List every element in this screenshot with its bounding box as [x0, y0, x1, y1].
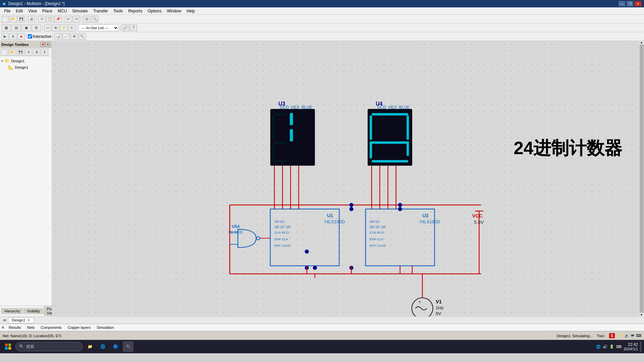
interactive-checkbox[interactable]: [28, 34, 32, 39]
sim-stop-btn[interactable]: ■: [17, 33, 25, 40]
place-comp-btn[interactable]: ⊕: [52, 24, 59, 31]
toolbox-close-btn[interactable]: ✕: [46, 42, 50, 47]
search-component-btn[interactable]: 🔎: [122, 24, 129, 31]
u2-type: 74LS160D: [419, 219, 440, 224]
new-btn[interactable]: 📄: [1, 16, 9, 22]
vertical-scrollbar[interactable]: ▲ ▼: [639, 41, 644, 316]
tab-design1-close[interactable]: ✕: [27, 318, 30, 322]
open-btn[interactable]: 📂: [9, 16, 17, 22]
tab-results[interactable]: Results: [6, 324, 24, 330]
close-button[interactable]: ✕: [635, 1, 641, 6]
menu-transfer[interactable]: Transfer: [91, 8, 111, 14]
tab-hierarchy[interactable]: Hierarchy: [1, 308, 23, 314]
menu-simulate[interactable]: Simulate: [69, 8, 91, 14]
info-expand-icon[interactable]: ✕: [1, 325, 4, 330]
toolbox-pin-btn[interactable]: 📌: [40, 42, 45, 47]
taskbar-search[interactable]: 🔍 搜索: [15, 342, 83, 351]
tb-save-design-btn[interactable]: 💾: [17, 49, 24, 56]
scroll-up-btn[interactable]: ▲: [640, 41, 643, 44]
place-power-btn[interactable]: ⚡: [60, 24, 67, 31]
paste-btn[interactable]: 📌: [54, 16, 62, 22]
tab-simulation[interactable]: Simulation: [94, 324, 117, 330]
zoom-in-btn[interactable]: 🔍: [91, 16, 99, 22]
in-use-list[interactable]: --- In-Use List ---: [78, 24, 119, 31]
sim-pause-btn[interactable]: ⏸: [9, 33, 17, 40]
comp-btn4[interactable]: ⊞: [32, 24, 41, 31]
minimize-button[interactable]: —: [619, 1, 625, 6]
menu-tools[interactable]: Tools: [111, 8, 125, 14]
title-bar-left: ■ Design1 - Multisim - [Design1 *]: [3, 1, 65, 6]
taskbar-left: 🔍 搜索 📁 🌐 🔵 🔌: [3, 341, 133, 352]
tree-item-design1-root[interactable]: ▾ 📁 Design1: [1, 58, 50, 64]
grapher-btn[interactable]: 📈: [62, 33, 70, 40]
tb-new-design-btn[interactable]: 📄: [1, 49, 8, 56]
svg-rect-0: [5, 344, 8, 346]
scroll-down-btn[interactable]: ▼: [640, 313, 643, 316]
comp-btn3[interactable]: ▣: [21, 24, 31, 31]
sim-run-btn[interactable]: ▶: [1, 33, 9, 40]
analysis-btn[interactable]: 📊: [54, 33, 62, 40]
taskbar-chrome[interactable]: 🌐: [97, 341, 108, 352]
cut-btn[interactable]: ✂: [38, 16, 46, 22]
place-wire-btn[interactable]: —: [44, 24, 51, 31]
u2-pin-qb: QB QC QB: [370, 225, 386, 229]
tree-item-design1-child[interactable]: 📐 Design1: [1, 64, 50, 70]
comp-btn2[interactable]: ▤: [11, 24, 21, 31]
tab-nets[interactable]: Nets: [24, 324, 38, 330]
copy-btn[interactable]: 📋: [46, 16, 54, 22]
windows-logo-icon: [5, 343, 11, 350]
status-tran: Tran:: [597, 334, 605, 338]
toolbox-header-buttons: 📌 ✕: [40, 42, 50, 47]
schematic-canvas-area[interactable]: 24进制计数器 U3 DCD_HEX_BLUE: [52, 41, 639, 316]
toolbar-standard: 📄 📂 💾 🖨 ✂ 📋 📌 ↩ ↪ ⊡ 🔍: [0, 15, 644, 23]
place-bus-btn[interactable]: ≡: [68, 24, 75, 31]
tb-close-design-btn[interactable]: ✕: [25, 49, 32, 56]
status-tran-s: S: [609, 333, 615, 338]
menu-edit[interactable]: Edit: [13, 8, 25, 14]
menu-view[interactable]: View: [25, 8, 40, 14]
taskbar-multisim[interactable]: 🔌: [123, 341, 133, 352]
u2-pin-clr: CLR RCO: [370, 231, 384, 234]
redo-btn[interactable]: ↪: [73, 16, 80, 22]
taskbar-edge[interactable]: 🔵: [110, 341, 121, 352]
save-btn[interactable]: 💾: [17, 16, 25, 22]
status-sim-status: Design1: Simulating...: [557, 334, 593, 338]
help-btn[interactable]: ?: [130, 24, 137, 31]
u4-display-bg: [368, 109, 412, 166]
tab-components[interactable]: Components: [38, 324, 64, 330]
tab-visibility[interactable]: Visibility: [24, 308, 43, 314]
taskbar-file-explorer[interactable]: 📁: [85, 341, 95, 352]
taskbar-date: 2024/1/1: [624, 347, 638, 351]
menu-options[interactable]: Options: [145, 8, 164, 14]
menu-reports[interactable]: Reports: [125, 8, 145, 14]
tb-open-design-btn[interactable]: 📂: [9, 49, 16, 56]
u5a-label: U5A: [232, 224, 240, 229]
menu-help[interactable]: Help: [184, 8, 198, 14]
sim-settings-btn[interactable]: 🔧: [78, 33, 86, 40]
comp-btn1[interactable]: ▦: [1, 24, 11, 31]
windows-start-button[interactable]: [3, 341, 13, 352]
taskbar-input-icon: ⌨: [616, 345, 622, 349]
taskbar-time: 22:42: [624, 342, 638, 347]
tab-design1[interactable]: Design1 ✕: [8, 317, 34, 323]
zoom-fit-btn[interactable]: ⊡: [83, 16, 91, 22]
v1-name: V1: [436, 299, 442, 304]
tb-settings-design-btn[interactable]: ⚙: [33, 49, 40, 56]
print-btn[interactable]: 🖨: [28, 16, 35, 22]
undo-btn[interactable]: ↩: [65, 16, 72, 22]
menu-place[interactable]: Place: [40, 8, 55, 14]
tree-label-design1-root: Design1: [11, 59, 24, 63]
vcc-volt: 5.0V: [474, 220, 484, 225]
sep7: [120, 25, 120, 31]
menu-mcu[interactable]: MCU: [55, 8, 69, 14]
taskbar-show-desktop[interactable]: [640, 342, 641, 352]
tb-info-design-btn[interactable]: ℹ: [41, 49, 48, 56]
menu-window[interactable]: Window: [164, 8, 184, 14]
postproc-btn[interactable]: ⚙: [70, 33, 78, 40]
menu-bar: File Edit View Place MCU Simulate Transf…: [0, 7, 644, 15]
tab-copper-layers[interactable]: Copper layers: [65, 324, 94, 330]
maximize-button[interactable]: ❐: [627, 1, 633, 6]
u1-type: 74LS160D: [324, 219, 345, 224]
scroll-thumb[interactable]: [640, 45, 644, 313]
menu-file[interactable]: File: [1, 8, 13, 14]
